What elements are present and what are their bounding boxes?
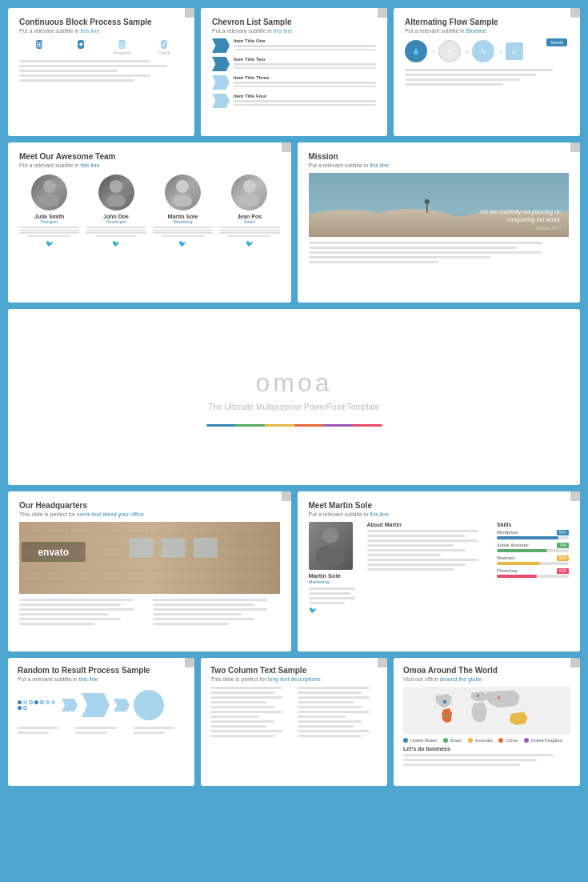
text-line	[309, 247, 517, 249]
card-corner	[282, 491, 291, 501]
block-label-3: Proposal	[114, 50, 131, 55]
svg-text:envato: envato	[38, 547, 69, 558]
card-title: Chevron List Sample	[212, 18, 376, 26]
subtitle-accent: Blueline	[466, 28, 486, 34]
text-line	[309, 256, 491, 259]
mission-quote-overlay: We are currently not planning onconqueri…	[480, 208, 561, 231]
mission-image: We are currently not planning onconqueri…	[309, 173, 570, 237]
text-line	[234, 45, 376, 47]
text-line	[210, 711, 282, 713]
text-line	[19, 65, 167, 67]
two-col-text	[210, 687, 378, 740]
dot	[23, 706, 27, 710]
legend-item-china: China	[498, 738, 517, 743]
chevron-arrow-1	[212, 38, 230, 53]
card-title: Continuous Block Process Sample	[19, 18, 183, 26]
team-photo-jean	[231, 174, 267, 210]
card-title: Meet Our Awesome Team	[19, 152, 280, 161]
team-role: Marketing	[173, 219, 192, 224]
legend-dot-us	[403, 738, 408, 743]
card-subtitle: This slide is perfect for long text desc…	[210, 676, 378, 682]
text-line	[19, 613, 108, 615]
omoa-card: omoa The Ultimate Multipurpose PowerPoin…	[8, 309, 580, 485]
team-photo-julia	[31, 174, 67, 210]
card-title: Omoa Around The World	[403, 666, 570, 675]
about-title: About Martin	[367, 522, 491, 527]
svg-point-36	[477, 695, 479, 697]
martin-person-role: Marketing	[309, 579, 361, 584]
twitter-icon: 🐦	[112, 240, 120, 247]
dot	[29, 700, 33, 704]
text-line	[309, 242, 543, 244]
text-line	[153, 613, 242, 615]
svg-point-5	[173, 194, 192, 206]
card-corner	[185, 8, 194, 18]
text-line	[234, 63, 376, 66]
text-line	[309, 602, 346, 604]
block-label-2: Conceptualisation	[63, 50, 98, 55]
colorbar-yellow	[265, 424, 294, 427]
process-col	[75, 727, 126, 736]
chevron-text-2: Item Title Two	[234, 57, 376, 70]
bio-line	[19, 230, 79, 231]
skill-photoshop: Photoshop 55%	[497, 568, 569, 578]
text-line	[210, 692, 274, 694]
hq-col-2	[153, 599, 280, 627]
card-title: Meet Martin Sole	[309, 501, 570, 510]
colorbar-green	[235, 424, 265, 427]
skill-name: Adobe Illustrator 70%	[497, 543, 569, 548]
svg-point-32	[443, 700, 447, 704]
bio-line	[153, 232, 213, 234]
text-line	[298, 696, 370, 699]
legend-label-brazil: Brazil	[450, 738, 462, 743]
world-legend: United States Brazil Australia China	[403, 738, 570, 743]
chevron-item: Item Title Four	[212, 94, 376, 108]
row-4: Our Headquarters This slide is perfect f…	[8, 491, 580, 651]
block-check: ✓ Check	[144, 40, 183, 55]
result-circle	[134, 690, 164, 720]
block-label-4: Check	[158, 50, 170, 55]
text-col-2	[298, 687, 378, 740]
text-line	[75, 727, 116, 729]
skill-badge: 70%	[557, 543, 569, 548]
text-line	[405, 69, 553, 71]
text-line	[19, 60, 150, 62]
legend-dot-australia	[468, 738, 473, 743]
text-line	[234, 104, 376, 106]
text-line	[134, 732, 165, 734]
svg-point-10	[424, 199, 429, 204]
team-photo-john	[98, 174, 134, 210]
dot	[51, 700, 55, 704]
subtitle-accent: long text descriptions	[268, 676, 321, 682]
martin-skills-col: Skills Wordpress 85%	[497, 522, 569, 614]
card-corner	[378, 658, 387, 668]
person-silhouette	[38, 178, 61, 206]
around-world-card: Omoa Around The World Visit our office a…	[394, 658, 580, 786]
text-line	[298, 706, 362, 708]
martin-photo-svg	[313, 524, 349, 568]
card-title: Two Column Text Sample	[210, 666, 378, 675]
skill-bar-bg	[497, 549, 569, 552]
lets-do-business: Let's do business	[403, 746, 570, 766]
martin-sole-card: Meet Martin Sole Put a relevant subtitle…	[298, 491, 581, 651]
skill-label: Wordpress	[497, 530, 518, 535]
skill-name: Illustrator 60%	[497, 555, 569, 561]
text-line	[210, 716, 258, 718]
team-name: John Doe	[103, 214, 129, 219]
bio-line	[19, 227, 79, 228]
block-resources: ⊞ Resources	[19, 40, 58, 55]
text-line	[367, 568, 454, 571]
row-3: omoa The Ultimate Multipurpose PowerPoin…	[8, 309, 580, 485]
svg-point-34	[517, 716, 520, 719]
process-col	[134, 727, 185, 736]
process-col	[18, 727, 69, 736]
text-line	[309, 592, 350, 595]
dot	[23, 700, 27, 704]
text-line	[153, 618, 254, 620]
svg-point-31	[316, 545, 345, 567]
bio-line	[228, 235, 270, 237]
chevron-shape	[82, 693, 110, 717]
skill-badge: 55%	[557, 568, 569, 574]
chevron-list-card: Chevron List Sample Put a relevant subti…	[201, 8, 387, 136]
legend-label-china: China	[506, 738, 517, 743]
